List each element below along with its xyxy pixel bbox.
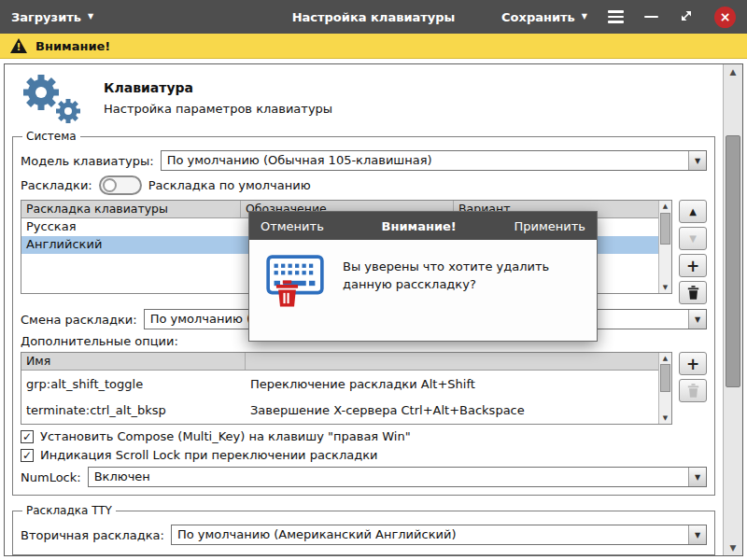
dialog-message: Вы уверены что хотите удалить данную рас…	[343, 255, 584, 294]
keyboard-model-select[interactable]: По умолчанию (Обычная 105-клавишная) ▼	[161, 150, 707, 171]
maximize-button[interactable]	[679, 8, 694, 26]
resize-diagonal-icon	[679, 8, 694, 23]
cell-option-name: terminate:ctrl_alt_bksp	[21, 402, 246, 418]
tty-group-legend: Раскладка TTY	[22, 504, 116, 517]
default-layout-toggle[interactable]	[99, 175, 142, 195]
dropdown-arrow-icon[interactable]: ▼	[688, 310, 706, 329]
numlock-label: NumLock:	[21, 470, 81, 484]
check-icon: ✓	[22, 450, 32, 461]
warning-icon	[10, 38, 27, 53]
scroll-up-icon[interactable]: ▲	[724, 67, 742, 77]
keyboard-model-value: По умолчанию (Обычная 105-клавишная)	[162, 151, 688, 170]
column-header-blank	[246, 353, 671, 370]
secondary-layout-label: Вторичная раскладка:	[21, 528, 164, 542]
window-title: Настройка клавиатуры	[292, 10, 456, 24]
caret-down-icon: ▼	[582, 13, 587, 21]
toggle-knob-icon	[103, 178, 117, 192]
window-scrollbar[interactable]: ▲ ▼	[723, 64, 742, 555]
dropdown-arrow-icon[interactable]: ▼	[688, 151, 706, 170]
close-button[interactable]: ×	[714, 7, 736, 28]
minimize-button[interactable]	[644, 16, 658, 19]
options-table: Имя grp:alt_shift_toggle Переключение ра…	[21, 352, 672, 425]
add-layout-button[interactable]: +	[679, 254, 707, 277]
scroll-down-icon[interactable]: ▼	[724, 543, 742, 553]
cell-option-description: Переключение раскладки Alt+Shift	[246, 376, 671, 392]
page-header: Клавиатура Настройка параметров клавиату…	[5, 64, 723, 126]
dialog-title: Внимание!	[324, 219, 514, 233]
cell-option-description: Завершение X-сервера Ctrl+Alt+Backspace	[246, 402, 671, 418]
numlock-select[interactable]: Включен ▼	[88, 467, 707, 487]
dropdown-arrow-icon[interactable]: ▼	[688, 468, 706, 486]
compose-key-label: Установить Compose (Multi_Key) на клавиш…	[40, 429, 411, 443]
dialog-cancel-button[interactable]: Отменить	[261, 219, 324, 233]
move-layout-up-button[interactable]: ▲	[679, 200, 707, 223]
plus-icon: +	[686, 355, 699, 373]
dialog-header: Отменить Внимание! Применить	[249, 212, 597, 240]
scrollbar-thumb[interactable]	[660, 213, 670, 245]
secondary-layout-select[interactable]: По умолчанию (Американский Английский) ▼	[171, 525, 707, 545]
save-menu-button[interactable]: Сохранить ▼	[501, 10, 587, 24]
scroll-down-icon[interactable]: ▼	[659, 414, 671, 422]
column-header-layout: Раскладка клавиатуры	[21, 201, 241, 217]
option-row-terminate[interactable]: terminate:ctrl_alt_bksp Завершение X-сер…	[21, 397, 671, 423]
menu-icon[interactable]	[608, 7, 624, 26]
keyboard-model-label: Модель клавиатуры:	[21, 154, 154, 168]
page-subtitle: Настройка параметров клавиатуры	[104, 102, 332, 116]
column-header-name: Имя	[21, 353, 246, 370]
warning-text: Внимание!	[35, 39, 110, 53]
save-menu-label: Сохранить	[501, 10, 575, 24]
check-icon: ✓	[22, 431, 32, 442]
delete-option-button[interactable]	[679, 379, 707, 402]
options-table-header: Имя	[21, 353, 671, 371]
scrollbar-thumb[interactable]	[726, 135, 740, 387]
layouts-label: Раскладки:	[21, 178, 92, 192]
cell-layout: Русская	[21, 218, 241, 236]
dialog-body: Вы уверены что хотите удалить данную рас…	[249, 240, 597, 341]
warning-bar: Внимание!	[0, 34, 747, 59]
delete-keyboard-layout-icon	[266, 255, 328, 322]
numlock-value: Включен	[89, 468, 688, 486]
dialog-apply-button[interactable]: Применить	[514, 219, 585, 233]
up-arrow-icon: ▲	[689, 206, 697, 217]
scroll-down-icon[interactable]: ▼	[659, 284, 671, 291]
scroll-up-icon[interactable]: ▲	[659, 203, 671, 210]
keyboard-settings-window: Загрузить ▼ Настройка клавиатуры Сохрани…	[0, 0, 747, 560]
scroll-lock-indicator-label: Индикация Scroll Lock при переключении р…	[40, 448, 377, 462]
options-table-scrollbar[interactable]: ▲ ▼	[658, 353, 671, 424]
trash-icon	[275, 280, 299, 307]
add-option-button[interactable]: +	[679, 352, 707, 375]
load-menu-label: Загрузить	[11, 10, 81, 24]
confirm-delete-dialog: Отменить Внимание! Применить	[248, 211, 598, 342]
cell-option-name: grp:alt_shift_toggle	[21, 376, 246, 392]
system-group-legend: Система	[22, 130, 80, 143]
delete-layout-button[interactable]	[679, 281, 707, 304]
scroll-lock-indicator-checkbox[interactable]: ✓	[21, 449, 34, 462]
move-layout-down-button[interactable]: ▼	[679, 227, 707, 250]
titlebar: Загрузить ▼ Настройка клавиатуры Сохрани…	[0, 0, 747, 34]
scrollbar-thumb[interactable]	[660, 364, 670, 392]
scroll-up-icon[interactable]: ▲	[659, 355, 671, 362]
tty-group: Раскладка TTY Вторичная раскладка: По ум…	[12, 504, 715, 555]
dropdown-arrow-icon[interactable]: ▼	[688, 525, 706, 544]
minimize-icon	[644, 16, 658, 19]
trash-icon	[687, 384, 699, 398]
extra-options-label: Дополнительные опции:	[21, 334, 178, 348]
option-row-grp-toggle[interactable]: grp:alt_shift_toggle Переключение раскла…	[21, 371, 671, 397]
cell-layout: Английский	[21, 236, 241, 254]
layout-switching-label: Смена раскладки:	[21, 313, 137, 327]
load-menu-button[interactable]: Загрузить ▼	[11, 10, 93, 24]
caret-down-icon: ▼	[88, 13, 93, 21]
secondary-layout-value: По умолчанию (Американский Английский)	[172, 525, 688, 544]
trash-icon	[687, 286, 699, 300]
close-icon: ×	[720, 10, 731, 23]
gears-icon	[16, 69, 85, 127]
page-title: Клавиатура	[104, 80, 332, 95]
compose-key-checkbox[interactable]: ✓	[21, 430, 34, 443]
plus-icon: +	[686, 257, 699, 275]
default-layout-toggle-label: Раскладка по умолчанию	[148, 178, 311, 192]
down-arrow-icon: ▼	[689, 233, 697, 244]
layouts-table-scrollbar[interactable]: ▲ ▼	[658, 201, 671, 293]
